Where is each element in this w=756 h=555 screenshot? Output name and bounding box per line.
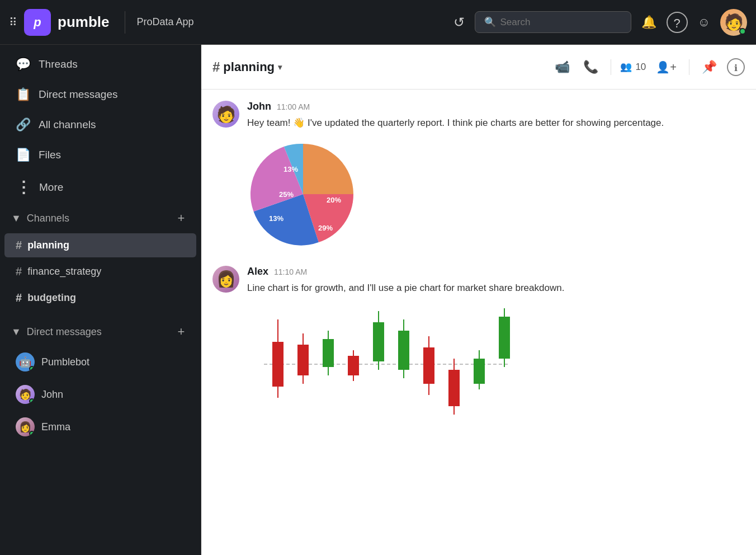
members-info[interactable]: 👥 10 — [620, 61, 646, 73]
alex-msg-header: Alex 11:10 AM — [247, 266, 745, 278]
add-dm-button[interactable]: + — [173, 323, 190, 340]
candlestick-svg — [247, 303, 527, 426]
pumblebot-avatar: 🤖 — [16, 352, 35, 371]
pumblebot-status — [29, 366, 35, 371]
history-button[interactable]: ↺ — [450, 11, 468, 34]
pie-label-2: 20% — [327, 196, 341, 204]
sidebar-item-threads[interactable]: 💬 Threads — [4, 50, 196, 78]
header-divider-2 — [689, 59, 689, 75]
phone-call-button[interactable]: 📞 — [580, 57, 602, 78]
channel-hash-header: # — [212, 59, 220, 75]
pie-label-4: 13% — [269, 214, 284, 223]
dm-name-emma: Emma — [41, 421, 70, 433]
candle-3 — [323, 339, 334, 367]
sidebar-item-files[interactable]: 📄 Files — [4, 141, 196, 169]
alex-msg-content: Alex 11:10 AM Line chart is for growth, … — [247, 266, 745, 426]
alex-msg-text: Line chart is for growth, and I'll use a… — [247, 281, 745, 295]
pie-segment-1 — [303, 144, 353, 194]
user-avatar-container[interactable]: 🧑 — [720, 9, 747, 36]
message-alex: 👩 Alex 11:10 AM Line chart is for growth… — [212, 266, 745, 426]
channel-item-budgeting[interactable]: # budgeting — [4, 286, 196, 310]
main-layout: 💬 Threads 📋 Direct messages 🔗 All channe… — [0, 45, 756, 555]
add-member-button[interactable]: 👤+ — [653, 57, 680, 77]
dm-collapse-icon: ▼ — [11, 326, 21, 338]
help-button[interactable]: ? — [667, 12, 688, 33]
members-icon: 👥 — [620, 61, 632, 73]
pie-label-5: 13% — [284, 165, 298, 173]
alex-author: Alex — [247, 266, 268, 278]
candle-4 — [348, 356, 359, 375]
sidebar-item-direct-messages[interactable]: 📋 Direct messages — [4, 81, 196, 109]
files-icon: 📄 — [16, 148, 31, 162]
messages-container: 🧑 John 11:00 AM Hey team! 👋 I've updated… — [201, 90, 756, 555]
search-icon: 🔍 — [484, 16, 496, 28]
notifications-button[interactable]: 🔔 — [638, 12, 660, 33]
dm-item-emma[interactable]: 👩 Emma — [4, 412, 196, 442]
john-msg-text: Hey team! 👋 I've updated the quarterly r… — [247, 116, 745, 130]
candle-9 — [474, 359, 485, 384]
pie-chart-svg: 25% 20% 29% 13% 13% — [247, 138, 359, 250]
john-author: John — [247, 101, 271, 112]
john-time: 11:00 AM — [277, 102, 310, 111]
sidebar-item-channels-label: All channels — [39, 119, 96, 131]
alex-time: 11:10 AM — [274, 267, 307, 276]
sidebar-item-files-label: Files — [39, 149, 61, 161]
all-channels-icon: 🔗 — [16, 117, 31, 132]
add-channel-button[interactable]: + — [173, 210, 190, 227]
channel-item-finance-strategy[interactable]: # finance_strategy — [4, 260, 196, 284]
alex-msg-avatar: 👩 — [212, 266, 239, 293]
candle-7 — [423, 347, 434, 384]
info-button[interactable]: ℹ — [727, 58, 745, 76]
logo-text: pumble — [58, 13, 109, 31]
search-input[interactable] — [500, 17, 622, 28]
pin-button[interactable]: 📌 — [698, 57, 720, 78]
john-avatar: 🧑 — [16, 385, 35, 404]
header-divider-1 — [611, 59, 611, 75]
candle-1 — [272, 342, 284, 387]
channel-hash-planning: # — [16, 239, 22, 252]
channels-section-label: Channels — [27, 213, 69, 224]
channel-name-budgeting: budgeting — [27, 292, 76, 304]
john-status — [29, 398, 35, 404]
members-count: 10 — [635, 62, 646, 73]
emma-status — [29, 431, 35, 436]
candle-5 — [373, 322, 384, 361]
channel-dropdown-icon[interactable]: ▾ — [278, 63, 282, 72]
channel-item-planning[interactable]: # planning — [4, 233, 196, 257]
pie-chart: 25% 20% 29% 13% 13% — [247, 138, 359, 250]
dm-section-label: Direct messages — [27, 326, 102, 338]
channel-title[interactable]: # planning ▾ — [212, 59, 282, 75]
search-box[interactable]: 🔍 — [475, 11, 631, 33]
message-john: 🧑 John 11:00 AM Hey team! 👋 I've updated… — [212, 101, 745, 250]
dm-item-john[interactable]: 🧑 John — [4, 379, 196, 410]
sidebar-item-threads-label: Threads — [39, 58, 78, 70]
sidebar-item-more-label: More — [39, 181, 63, 194]
online-status-dot — [739, 28, 746, 35]
workspace-name: ProData App — [136, 16, 443, 28]
john-msg-header: John 11:00 AM — [247, 101, 745, 112]
grid-icon[interactable]: ⠿ — [9, 16, 17, 29]
pie-label-3: 29% — [318, 224, 333, 232]
channel-hash-budgeting: # — [16, 291, 22, 304]
channels-section-header[interactable]: ▼ Channels + — [0, 204, 201, 232]
dm-icon: 📋 — [16, 87, 31, 102]
candle-2 — [297, 345, 309, 375]
emma-avatar: 👩 — [16, 417, 35, 436]
sidebar-item-all-channels[interactable]: 🔗 All channels — [4, 111, 196, 139]
video-call-button[interactable]: 📹 — [551, 57, 573, 78]
chat-header: # planning ▾ 📹 📞 👥 10 👤+ 📌 ℹ — [201, 45, 756, 90]
dm-section-header[interactable]: ▼ Direct messages + — [0, 318, 201, 346]
john-msg-avatar: 🧑 — [212, 101, 239, 128]
nav-divider — [125, 11, 125, 34]
candlestick-chart — [247, 303, 527, 426]
chat-area: # planning ▾ 📹 📞 👥 10 👤+ 📌 ℹ 🧑 — [201, 45, 756, 555]
top-nav: ⠿ p pumble ProData App ↺ 🔍 🔔 ? ☺ 🧑 — [0, 0, 756, 45]
dm-item-pumblebot[interactable]: 🤖 Pumblebot — [4, 347, 196, 377]
dm-name-pumblebot: Pumblebot — [41, 356, 89, 368]
emoji-status-button[interactable]: ☺ — [694, 12, 714, 33]
channel-name-finance: finance_strategy — [27, 266, 101, 278]
sidebar-item-more[interactable]: ⋮ More — [4, 171, 196, 203]
sidebar: 💬 Threads 📋 Direct messages 🔗 All channe… — [0, 45, 201, 555]
threads-icon: 💬 — [16, 57, 31, 72]
channel-hash-finance: # — [16, 265, 22, 278]
